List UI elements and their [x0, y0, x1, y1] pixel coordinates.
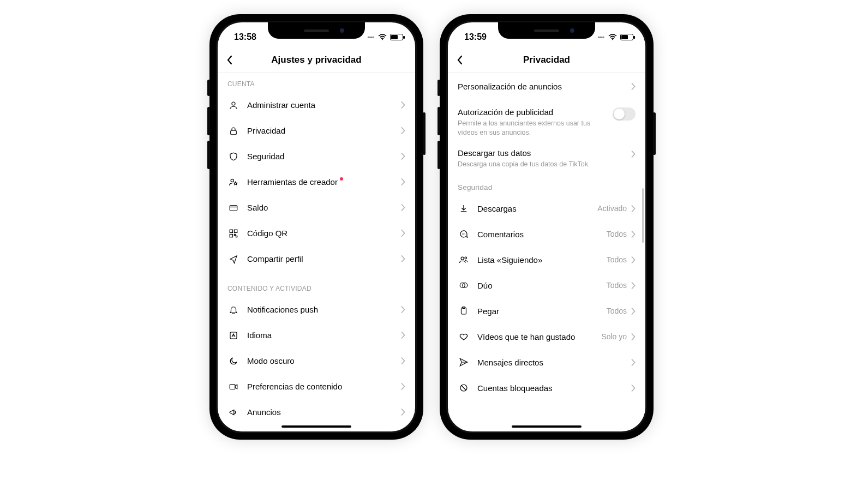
user-star-icon [227, 177, 239, 187]
list-row[interactable]: Notificaciones push [218, 297, 415, 322]
battery-icon [620, 34, 633, 40]
notification-dot [340, 177, 343, 181]
back-button[interactable] [448, 48, 472, 72]
heart-icon [458, 332, 470, 341]
lang-icon [227, 331, 239, 340]
notch [498, 22, 595, 39]
svg-point-15 [465, 233, 466, 235]
row-label: Autorización de publicidad [458, 107, 613, 117]
list-row[interactable]: Cuentas bloqueadas [448, 375, 645, 401]
list-row[interactable]: Privacidad [218, 118, 415, 143]
row-subtitle: Permite a los anunciantes externos usar … [458, 117, 613, 137]
cellular-icon: •••• [598, 34, 604, 40]
chevron-right-icon [401, 204, 405, 211]
chevron-right-icon [401, 255, 405, 262]
list-row[interactable]: Saldo [218, 195, 415, 220]
row-value: Activado [597, 204, 627, 213]
row-label: Cuentas bloqueadas [477, 383, 631, 393]
list-row[interactable]: Vídeos que te han gustadoSolo yo [448, 324, 645, 350]
home-indicator[interactable] [512, 425, 582, 428]
wallet-icon [227, 203, 239, 213]
svg-rect-5 [230, 230, 232, 232]
chevron-right-icon [401, 332, 405, 339]
shield-icon [227, 152, 239, 161]
row-label: Descargar tus datos [458, 148, 631, 158]
user-icon [227, 100, 239, 110]
chevron-right-icon [631, 205, 636, 212]
row-label: Vídeos que te han gustado [477, 332, 601, 341]
lock-icon [227, 126, 239, 136]
wifi-icon [608, 34, 617, 40]
row-ads-authorization[interactable]: Autorización de publicidad Permite a los… [448, 100, 645, 142]
row-label: Idioma [247, 331, 401, 340]
row-value: Solo yo [601, 332, 627, 341]
row-label: Personalización de anuncios [458, 82, 631, 91]
list-row[interactable]: Seguridad [218, 143, 415, 169]
list-row[interactable]: Herramientas de creador [218, 169, 415, 195]
row-label: Saldo [247, 203, 401, 212]
svg-point-14 [463, 233, 464, 235]
chevron-right-icon [401, 409, 405, 416]
list-row[interactable]: ComentariosTodos [448, 221, 645, 247]
wifi-icon [378, 34, 387, 40]
list-row[interactable]: Mensajes directos [448, 350, 645, 375]
svg-rect-7 [230, 234, 232, 237]
row-download-data[interactable]: Descargar tus datos Descarga una copia d… [448, 142, 645, 176]
row-value: Todos [607, 307, 627, 315]
list-row[interactable]: Compartir perfil [218, 246, 415, 272]
chevron-right-icon [631, 308, 636, 315]
row-label: Código QR [247, 229, 401, 238]
chevron-right-icon [401, 383, 405, 390]
list-row[interactable]: Modo oscuro [218, 348, 415, 374]
row-value: Todos [607, 255, 627, 264]
svg-point-0 [382, 39, 383, 40]
row-label: Administrar cuenta [247, 100, 401, 110]
svg-point-13 [462, 233, 463, 235]
block-icon [458, 383, 470, 393]
back-button[interactable] [218, 48, 242, 72]
list-row[interactable]: DúoTodos [448, 273, 645, 298]
svg-point-3 [231, 179, 233, 182]
phone-right: 13:59 •••• Privacidad Personalización de… [440, 14, 654, 440]
qr-icon [227, 229, 239, 238]
chevron-right-icon [401, 230, 405, 237]
comment-icon [458, 229, 470, 239]
toggle-ads-auth[interactable] [613, 107, 636, 121]
scrollbar-thumb[interactable] [642, 188, 644, 243]
duo-icon [458, 280, 470, 290]
row-label: Compartir perfil [247, 254, 401, 263]
svg-rect-11 [230, 384, 235, 389]
list-row[interactable]: PegarTodos [448, 298, 645, 324]
send-icon [458, 357, 470, 367]
row-subtitle: Descarga una copia de tus datos de TikTo… [458, 158, 631, 169]
download-icon [458, 203, 470, 213]
settings-list: CUENTA Administrar cuentaPrivacidadSegur… [218, 73, 415, 431]
users-icon [458, 255, 470, 265]
list-row[interactable]: Idioma [218, 322, 415, 348]
nav-header: Privacidad [448, 47, 645, 73]
list-row[interactable]: Preferencias de contenido [218, 374, 415, 399]
video-icon [227, 382, 239, 392]
list-row[interactable]: DescargasActivado [448, 196, 645, 221]
chevron-right-icon [631, 333, 636, 340]
chevron-right-icon [631, 256, 636, 263]
row-label: Herramientas de creador [247, 177, 401, 187]
page-title: Privacidad [448, 55, 645, 65]
nav-header: Ajustes y privacidad [218, 47, 415, 73]
row-value: Todos [607, 281, 627, 290]
row-label: Pegar [477, 307, 607, 316]
section-title-security: Seguridad [448, 176, 645, 196]
list-row[interactable]: Administrar cuenta [218, 92, 415, 118]
list-row[interactable]: Anuncios [218, 399, 415, 425]
row-label: Descargas [477, 204, 597, 213]
row-label: Modo oscuro [247, 356, 401, 365]
chevron-right-icon [401, 178, 405, 185]
list-row[interactable]: Código QR [218, 220, 415, 246]
cellular-icon: •••• [368, 34, 374, 40]
home-indicator[interactable] [281, 425, 351, 428]
row-label: Anuncios [247, 407, 401, 417]
svg-rect-2 [231, 130, 237, 135]
row-ads-personalization[interactable]: Personalización de anuncios [448, 73, 645, 100]
list-row[interactable]: Lista «Siguiendo»Todos [448, 247, 645, 273]
chevron-right-icon [631, 83, 636, 90]
